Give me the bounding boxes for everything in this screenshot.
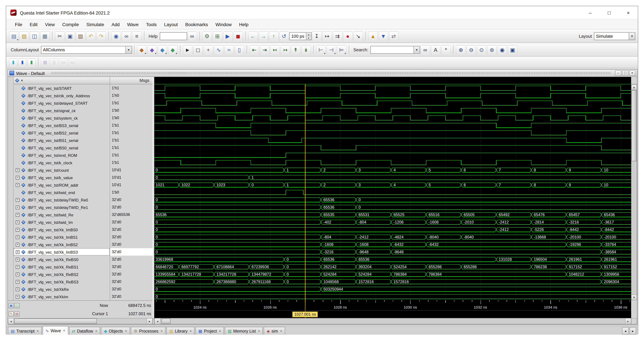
redo-button[interactable]: ↷	[96, 31, 106, 41]
signal-row[interactable]: +/BFT_vlg_vec_tst/delayTWID_Re1	[14, 204, 110, 211]
expand-icon[interactable]: +	[16, 243, 20, 246]
tab-close-icon[interactable]: ×	[36, 329, 39, 333]
tab-processes[interactable]: ⚙Processes×	[131, 327, 166, 335]
signal-row[interactable]: +/BFT_vlg_vec_tst/Xk_ReBS3	[14, 278, 110, 285]
ungroup-button[interactable]: ▯	[50, 58, 58, 66]
time-ruler[interactable]: 1024 ns1026 ns1028 ns1030 ns1032 ns1034 …	[154, 300, 631, 310]
waveform-area[interactable]: 0123456789100110211022102301234567891006…	[154, 77, 631, 318]
menu-edit[interactable]: Edit	[26, 20, 41, 28]
outdent-button[interactable]: ▭	[68, 58, 77, 66]
add-column-green-button[interactable]: ▮	[27, 58, 36, 66]
tab-scroll-right-button[interactable]: ▸	[630, 327, 636, 335]
layout-select[interactable]: Simulate▾	[594, 32, 636, 40]
column-resize-sash[interactable]	[153, 77, 154, 318]
signal-row[interactable]: +/BFT_vlg_vec_tst/XkRe	[14, 285, 110, 293]
vertical-scroll-thumb[interactable]	[632, 90, 636, 161]
swap-button[interactable]: ⇄	[389, 31, 398, 41]
tab-dataflow[interactable]: ⇄Dataflow×	[69, 327, 100, 335]
minimize-button[interactable]: –	[581, 6, 600, 19]
search-case-button[interactable]: A	[431, 45, 440, 54]
expand-icon[interactable]: +	[16, 250, 20, 254]
tab-sim[interactable]: ◈sim×	[264, 327, 285, 335]
wave-stretch-button[interactable]: ≈	[224, 45, 234, 54]
menu-view[interactable]: View	[41, 20, 58, 28]
wave-edit-button[interactable]: ∿	[214, 45, 224, 54]
search-input[interactable]: ▾	[370, 46, 420, 54]
tab-objects[interactable]: ◆Objects×	[101, 327, 130, 335]
expand-icon[interactable]: +	[16, 235, 20, 239]
signal-row[interactable]: +/BFT_vlg_vec_tst/count	[14, 166, 110, 174]
tab-close-icon[interactable]: ×	[258, 329, 260, 333]
panel-grip[interactable]	[51, 72, 611, 74]
cursor-lock-icon[interactable]: ◫	[14, 303, 20, 308]
cursor-label[interactable]: Cursor 1	[20, 312, 108, 316]
signal-row[interactable]: /BFT_vlg_vec_tst/BS0_serial	[14, 144, 110, 151]
expand-icon[interactable]: +	[16, 183, 20, 187]
menu-tools[interactable]: Tools	[142, 20, 160, 28]
spin-up-icon[interactable]: ▴	[306, 32, 311, 36]
simulate-button[interactable]: ▶	[223, 31, 232, 41]
new-file-button[interactable]: ▤▾	[9, 31, 19, 41]
signal-row[interactable]: +/BFT_vlg_vec_tst/ROM_addr	[14, 181, 110, 189]
help-search-button[interactable]: ∞	[188, 31, 197, 41]
tab-close-icon[interactable]: ×	[219, 329, 221, 333]
compile-button[interactable]: ⚙	[202, 31, 212, 41]
scrollbar-splitter[interactable]	[153, 318, 154, 325]
wave-restore-button[interactable]: □	[622, 70, 628, 76]
zoom-full-button[interactable]: ⊙	[477, 45, 486, 54]
save-button[interactable]: ◫	[30, 31, 40, 41]
signal-row[interactable]: +/BFT_vlg_vec_tst/twid_Im	[14, 218, 110, 226]
expand-icon[interactable]: +	[16, 220, 20, 224]
wave-color1-button[interactable]: ◆▾	[137, 45, 146, 54]
wave-color4-button[interactable]: ◆▾	[168, 45, 178, 54]
signal-filter-diamond-icon[interactable]	[15, 78, 19, 82]
expand-icon[interactable]: +	[16, 198, 20, 202]
maximize-button[interactable]: □	[600, 6, 619, 19]
search-find-button[interactable]: ∞	[420, 45, 430, 54]
continue-run-button[interactable]: ↦	[322, 31, 332, 41]
cut-button[interactable]: ✂	[55, 31, 65, 41]
expand-icon[interactable]: +	[16, 258, 20, 261]
prev-transition-button[interactable]: ⇤	[250, 45, 259, 54]
menu-bookmarks[interactable]: Bookmarks	[182, 20, 212, 28]
tab-close-icon[interactable]: ×	[160, 329, 162, 333]
wave-color2-button[interactable]: ◆▾	[147, 45, 157, 54]
signal-row[interactable]: +/BFT_vlg_vec_tst/Xk_ImBS0	[14, 226, 110, 233]
zoom-in-button[interactable]: ⊕	[456, 45, 466, 54]
tab-memory-list[interactable]: ▥Memory List×	[225, 327, 263, 335]
compile-all-button[interactable]: ⊞	[212, 31, 222, 41]
collapse-time-button[interactable]: ⊣▾	[326, 45, 336, 54]
signal-row[interactable]: /BFT_vlg_vec_tst/clk_only_Address	[14, 92, 110, 99]
help-input[interactable]	[160, 32, 187, 40]
wave-dock-button[interactable]: –	[615, 70, 621, 76]
horizontal-scroll-track[interactable]	[160, 319, 625, 324]
group-button[interactable]: ▩	[41, 58, 49, 66]
signal-row[interactable]: /BFT_vlg_vec_tst/twid_end	[14, 189, 110, 196]
expand-icon[interactable]: +	[16, 205, 20, 209]
memory-profile-button[interactable]: ▼	[378, 31, 388, 41]
signal-row[interactable]: +/BFT_vlg_vec_tst/Xk_ReBS2	[14, 271, 110, 278]
pan-mode-button[interactable]: +	[204, 45, 213, 54]
tab-close-icon[interactable]: ×	[190, 329, 192, 333]
zoom-range-button[interactable]: ◉	[498, 45, 507, 54]
scroll-right-icon[interactable]: ▸	[625, 319, 631, 324]
env-forward-button[interactable]: →	[258, 31, 268, 41]
horizontal-scroll-thumb[interactable]	[162, 319, 170, 324]
restart-button[interactable]: ↺	[279, 31, 289, 41]
expand-time-button[interactable]: ⊢▾	[316, 45, 326, 54]
search-regexp-button[interactable]: *	[441, 45, 451, 54]
show-list-button[interactable]: ≡	[132, 31, 142, 41]
menu-simulate[interactable]: Simulate	[82, 20, 108, 28]
signal-row[interactable]: +/BFT_vlg_vec_tst/k_value	[14, 174, 110, 181]
columnlayout-select[interactable]: AllColumns▾	[41, 46, 132, 54]
next-transition-button[interactable]: ⇥	[260, 45, 269, 54]
wave-panel-header[interactable]: Wave - Default –□×	[8, 69, 637, 77]
performance-button[interactable]: ▲	[368, 31, 378, 41]
expand-icon[interactable]: +	[16, 176, 20, 179]
run-button[interactable]: ↧	[312, 31, 322, 41]
wave-hscrollbar[interactable]: ◂▸	[154, 318, 631, 325]
open-button[interactable]: ▨	[20, 31, 29, 41]
break-button[interactable]: ◼	[233, 31, 243, 41]
prev-falling-button[interactable]: ↢	[270, 45, 280, 54]
signal-row[interactable]: +/BFT_vlg_vec_tst/Xk_ImBS1	[14, 233, 110, 241]
